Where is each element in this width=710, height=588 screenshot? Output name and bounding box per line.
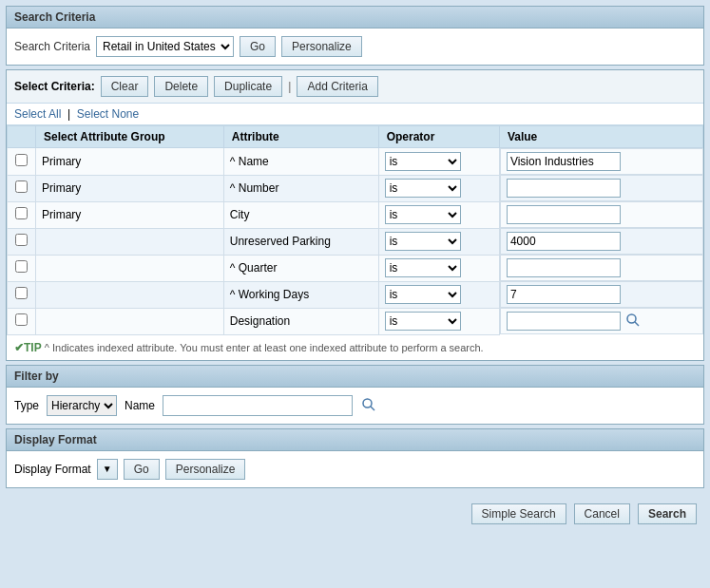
select-criteria-bar: Select Criteria: Clear Delete Duplicate …: [7, 70, 703, 104]
simple-search-button[interactable]: Simple Search: [471, 503, 566, 524]
operator-select[interactable]: is: [385, 232, 461, 251]
display-format-go-button[interactable]: Go: [124, 459, 160, 480]
name-label: Name: [125, 399, 155, 412]
filter-by-panel: Filter by Type Hierarchy Name: [6, 365, 704, 425]
svg-point-2: [363, 399, 372, 408]
cell-attribute: Unreserved Parking: [223, 228, 378, 255]
name-input[interactable]: [163, 395, 353, 416]
operator-select[interactable]: is: [385, 152, 461, 171]
table-row: ^ Quarteris: [8, 255, 703, 281]
value-input[interactable]: [507, 312, 621, 331]
cell-group: Primary: [36, 175, 224, 201]
row-checkbox[interactable]: [15, 313, 28, 326]
cell-group: [36, 255, 224, 281]
filter-by-header: Filter by: [7, 366, 703, 388]
table-row: Primary^ Nameis: [8, 148, 703, 176]
criteria-table: Select Attribute Group Attribute Operato…: [7, 125, 703, 335]
table-row: Primary^ Numberis: [8, 175, 703, 201]
row-checkbox[interactable]: [15, 287, 28, 299]
cell-group: [36, 228, 224, 255]
search-criteria-header: Search Criteria: [7, 7, 703, 28]
value-input[interactable]: [507, 152, 621, 171]
type-label: Type: [14, 399, 39, 412]
operator-select[interactable]: is: [385, 285, 461, 304]
select-criteria-label: Select Criteria:: [14, 80, 95, 93]
search-button[interactable]: Search: [638, 503, 697, 524]
table-row: Unreserved Parkingis: [8, 228, 703, 255]
col-header-value: Value: [499, 126, 702, 148]
row-checkbox[interactable]: [15, 207, 28, 219]
search-criteria-row: Search Criteria Retail in United States …: [7, 28, 703, 65]
cell-attribute: ^ Number: [223, 175, 378, 201]
col-header-check: [8, 126, 36, 148]
value-search-icon-button[interactable]: [624, 313, 642, 330]
cell-group: [36, 281, 224, 308]
operator-select[interactable]: is: [385, 258, 461, 277]
table-row: Designationis: [8, 308, 703, 334]
search-criteria-select[interactable]: Retail in United States: [96, 36, 234, 57]
cell-attribute: ^ Quarter: [223, 255, 378, 281]
display-format-dropdown-button[interactable]: ▼: [97, 459, 118, 480]
duplicate-button[interactable]: Duplicate: [214, 76, 282, 97]
value-input[interactable]: [507, 179, 621, 198]
svg-line-1: [635, 322, 639, 326]
search-criteria-panel: Search Criteria Search Criteria Retail i…: [6, 6, 704, 66]
value-input[interactable]: [507, 232, 621, 251]
col-header-attribute: Attribute: [223, 126, 378, 148]
add-criteria-button[interactable]: Add Criteria: [297, 76, 377, 97]
select-criteria-panel: Select Criteria: Clear Delete Duplicate …: [6, 69, 704, 361]
display-format-personalize-button[interactable]: Personalize: [165, 459, 246, 480]
svg-line-3: [371, 407, 374, 410]
col-header-group: Select Attribute Group: [36, 126, 224, 148]
row-checkbox[interactable]: [15, 260, 28, 273]
cell-attribute: Designation: [223, 308, 378, 334]
filter-search-icon-button[interactable]: [360, 397, 377, 414]
go-button[interactable]: Go: [240, 36, 276, 57]
cell-attribute: ^ Name: [223, 148, 378, 176]
svg-point-0: [627, 314, 636, 323]
cell-attribute: City: [223, 201, 378, 228]
clear-button[interactable]: Clear: [101, 76, 149, 97]
display-format-label: Display Format: [14, 463, 91, 476]
table-row: ^ Working Daysis: [8, 281, 703, 308]
value-input[interactable]: [507, 258, 621, 277]
delete-button[interactable]: Delete: [154, 76, 208, 97]
display-format-row: Display Format ▼ Go Personalize: [7, 451, 703, 487]
operator-select[interactable]: is: [385, 312, 461, 331]
select-none-link[interactable]: Select None: [77, 107, 139, 121]
select-all-link[interactable]: Select All: [14, 107, 61, 121]
tip-row: ✔TIP ^ Indicates indexed attribute. You …: [7, 335, 703, 360]
select-all-row: Select All | Select None: [7, 104, 703, 125]
display-format-panel: Display Format Display Format ▼ Go Perso…: [6, 428, 704, 488]
outer-container: Search Criteria Search Criteria Retail i…: [0, 0, 710, 588]
cell-group: Primary: [36, 148, 224, 176]
filter-row: Type Hierarchy Name: [7, 388, 703, 424]
cell-group: Primary: [36, 201, 224, 228]
operator-select[interactable]: is: [385, 179, 461, 198]
value-input[interactable]: [507, 205, 621, 224]
col-header-operator: Operator: [378, 126, 499, 148]
cell-group: [36, 308, 224, 334]
pipe-separator: |: [288, 80, 291, 93]
table-row: PrimaryCityis: [8, 201, 703, 228]
bottom-bar: Simple Search Cancel Search: [6, 492, 704, 536]
search-criteria-label: Search Criteria: [14, 40, 90, 53]
cancel-button[interactable]: Cancel: [574, 503, 630, 524]
display-format-header: Display Format: [7, 429, 703, 451]
tip-text: ^ Indicates indexed attribute. You must …: [45, 342, 484, 353]
type-select[interactable]: Hierarchy: [47, 395, 117, 416]
tip-icon: ✔TIP: [14, 341, 42, 354]
value-input[interactable]: [507, 285, 621, 304]
cell-attribute: ^ Working Days: [223, 281, 378, 308]
row-checkbox[interactable]: [15, 154, 28, 166]
row-checkbox[interactable]: [15, 180, 28, 193]
personalize-button[interactable]: Personalize: [281, 36, 362, 57]
operator-select[interactable]: is: [385, 205, 461, 224]
row-checkbox[interactable]: [15, 234, 28, 246]
